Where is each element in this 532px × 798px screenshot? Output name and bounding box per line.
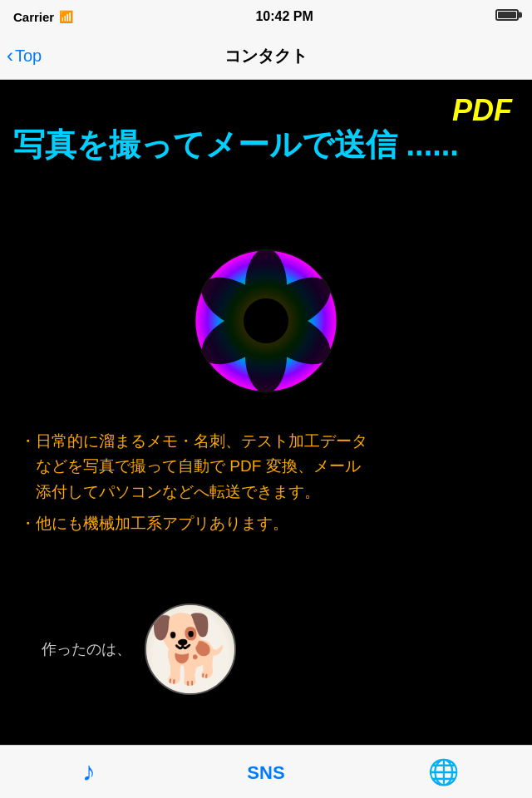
headline-text: 写真を撮ってメールで送信 ...... <box>13 126 519 165</box>
dog-avatar-image <box>146 603 234 695</box>
desc-line-3: 添付してパソコンなどへ転送できます。 <box>20 480 519 505</box>
tab-bar: ♪ SNS 🌐 <box>0 745 532 798</box>
desc-line-2: などを写真で撮って自動で PDF 変換、メール <box>20 454 519 479</box>
avatar <box>145 603 236 695</box>
camera-iris-icon <box>191 246 341 396</box>
status-bar: Carrier 📶 10:42 PM <box>0 0 532 33</box>
sns-label: SNS <box>247 762 284 784</box>
status-left: Carrier 📶 <box>13 10 73 24</box>
pdf-label: PDF <box>452 93 512 128</box>
author-prefix: 作ったのは、 <box>42 639 131 659</box>
back-button[interactable]: ‹ Top <box>7 47 42 66</box>
web-icon: 🌐 <box>428 757 459 786</box>
time-label: 10:42 PM <box>255 9 313 24</box>
wifi-icon: 📶 <box>59 10 73 23</box>
main-content: PDF 写真を撮ってメールで送信 ...... <box>0 80 532 745</box>
back-chevron-icon: ‹ <box>7 46 13 66</box>
nav-bar: ‹ Top コンタクト <box>0 33 532 80</box>
tab-web[interactable]: 🌐 <box>355 757 532 786</box>
tab-music[interactable]: ♪ <box>0 756 177 787</box>
tab-sns[interactable]: SNS <box>177 761 354 784</box>
back-label: Top <box>15 47 42 66</box>
music-icon: ♪ <box>82 756 96 787</box>
battery-indicator <box>495 9 519 24</box>
desc-line-4: ・他にも機械加工系アプリあります。 <box>20 511 519 536</box>
description-text: ・日常的に溜まるメモ・名刺、テスト加工データ などを写真で撮って自動で PDF … <box>20 429 519 537</box>
carrier-label: Carrier <box>13 10 54 24</box>
desc-line-1: ・日常的に溜まるメモ・名刺、テスト加工データ <box>20 429 519 454</box>
svg-point-7 <box>244 298 288 343</box>
page-title: コンタクト <box>224 45 308 67</box>
author-section: 作ったのは、 <box>0 603 532 695</box>
